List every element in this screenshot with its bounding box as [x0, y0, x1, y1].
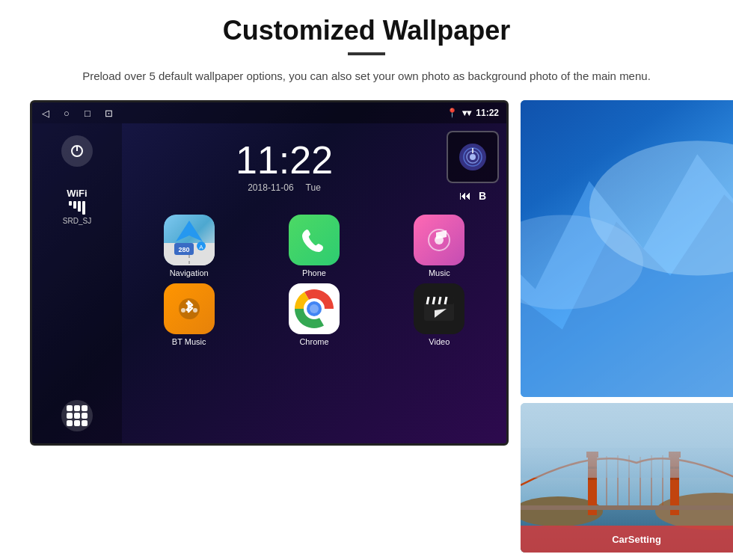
app-video[interactable]: Video	[380, 283, 499, 346]
grid-dot	[67, 405, 73, 411]
music-icon	[414, 215, 464, 265]
wifi-bar-2	[73, 201, 76, 209]
app-bt-music[interactable]: BT Music	[129, 283, 248, 346]
carsetting-label-area: CarSetting	[521, 526, 733, 553]
wallpaper-previews: CarSetting	[521, 100, 733, 553]
status-right: 📍 ▾▾ 11:22	[447, 108, 499, 118]
bt-music-label: BT Music	[172, 337, 206, 346]
svg-line-28	[445, 297, 447, 304]
media-controls: ⏮ B	[447, 131, 499, 203]
wallpaper-carsetting[interactable]: CarSetting	[521, 403, 733, 553]
svg-line-26	[433, 297, 435, 304]
svg-text:280: 280	[178, 246, 189, 253]
page-subtitle: Preload over 5 default wallpaper options…	[82, 67, 651, 85]
app-phone[interactable]: Phone	[254, 215, 373, 277]
radio-icon-box	[447, 131, 499, 183]
clock-date-value: 2018-11-06	[248, 182, 293, 193]
navigation-icon: 280 A	[164, 215, 215, 265]
bt-music-icon	[164, 283, 215, 334]
apps-grid-icon	[67, 405, 88, 426]
clock-time: 11:22	[129, 141, 439, 179]
back-icon[interactable]: ◁	[40, 107, 52, 119]
wifi-label: WiFi	[63, 188, 91, 199]
recents-icon[interactable]: □	[82, 107, 93, 119]
page-title: Customized Wallpaper	[223, 15, 511, 46]
grid-dot	[74, 413, 80, 419]
apps-grid: 280 A Navigation	[129, 215, 499, 346]
wifi-bar-1	[69, 201, 72, 206]
svg-point-18	[193, 308, 197, 313]
music-label: Music	[429, 268, 450, 277]
svg-text:A: A	[199, 244, 203, 250]
grid-dot	[74, 405, 80, 411]
chrome-icon	[289, 283, 340, 334]
phone-icon	[289, 215, 340, 265]
svg-rect-46	[670, 478, 679, 480]
title-divider	[348, 52, 385, 55]
clock-day: Tue	[306, 182, 321, 193]
wifi-bars	[63, 201, 91, 215]
location-icon: 📍	[447, 108, 458, 118]
status-time: 11:22	[476, 108, 499, 118]
grid-dot	[82, 413, 88, 419]
clock-date: 2018-11-06 Tue	[129, 182, 439, 193]
grid-dot	[82, 405, 88, 411]
app-chrome[interactable]: Chrome	[254, 283, 373, 346]
power-button[interactable]	[61, 135, 93, 167]
carsetting-label: CarSetting	[612, 534, 661, 545]
app-music[interactable]: Music	[380, 215, 499, 277]
grid-dot	[82, 420, 88, 426]
android-center: 11:22 2018-11-06 Tue	[122, 123, 506, 443]
fog-layer	[521, 403, 733, 478]
status-left: ◁ ○ □ ⊡	[40, 107, 114, 119]
apps-button[interactable]	[61, 400, 93, 431]
content-area: ◁ ○ □ ⊡ 📍 ▾▾ 11:22	[30, 100, 703, 553]
grid-dot	[74, 420, 80, 426]
svg-line-27	[439, 297, 441, 304]
svg-line-25	[427, 297, 429, 304]
media-buttons: ⏮ B	[459, 189, 486, 203]
svg-point-17	[181, 308, 185, 313]
svg-point-22	[310, 304, 319, 313]
home-icon[interactable]: ○	[61, 107, 73, 119]
radio-signal-icon	[459, 144, 486, 170]
screenshot-icon[interactable]: ⊡	[102, 107, 114, 119]
clock-area: 11:22 2018-11-06 Tue	[129, 131, 499, 203]
wallpaper-top[interactable]	[521, 100, 733, 397]
video-label: Video	[429, 337, 450, 346]
svg-rect-55	[521, 505, 733, 510]
navigation-label: Navigation	[170, 268, 209, 277]
svg-point-4	[470, 154, 476, 160]
android-screen: ◁ ○ □ ⊡ 📍 ▾▾ 11:22	[30, 100, 509, 446]
android-main: WiFi SRD_SJ	[32, 123, 506, 443]
app-navigation[interactable]: 280 A Navigation	[129, 215, 248, 277]
chrome-label: Chrome	[299, 337, 328, 346]
wifi-bar-4	[82, 201, 85, 215]
track-label: B	[479, 190, 486, 202]
grid-dot	[67, 420, 73, 426]
phone-label: Phone	[302, 268, 326, 277]
android-sidebar: WiFi SRD_SJ	[32, 123, 122, 443]
wifi-ssid: SRD_SJ	[63, 217, 91, 225]
wifi-info: WiFi SRD_SJ	[63, 188, 91, 225]
wifi-bar-3	[78, 201, 81, 212]
prev-track-icon[interactable]: ⏮	[459, 189, 471, 203]
video-icon	[414, 283, 464, 334]
grid-dot	[67, 413, 73, 419]
page-container: Customized Wallpaper Preload over 5 defa…	[0, 0, 733, 560]
status-bar: ◁ ○ □ ⊡ 📍 ▾▾ 11:22	[32, 102, 506, 123]
clock-info: 11:22 2018-11-06 Tue	[129, 141, 439, 193]
wifi-status-icon: ▾▾	[462, 108, 471, 118]
